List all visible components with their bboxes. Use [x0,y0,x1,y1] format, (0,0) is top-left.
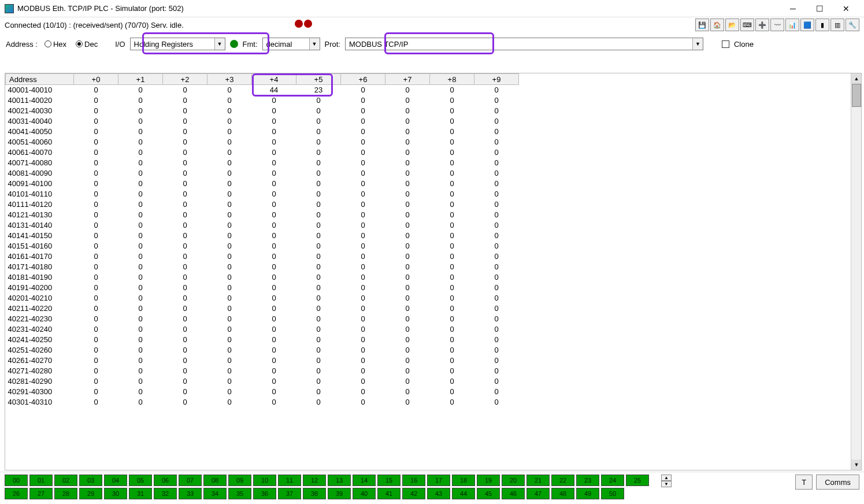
clone-checkbox[interactable] [722,40,729,48]
status-bar: Connected (10/10) : (received/sent) (70/… [0,17,864,32]
graph-button[interactable]: 📊 [785,18,799,31]
fill-button[interactable]: ▮ [815,18,829,31]
app-icon [5,4,14,13]
rx-button[interactable]: 🟦 [800,18,814,31]
close-button[interactable]: ✕ [833,0,859,17]
save-button[interactable]: 💾 [695,18,709,31]
prot-select-value: MODBUS TCP/IP [346,40,692,49]
minimize-button[interactable]: ─ [780,0,806,17]
window-title: MODBUS Eth. TCP/IP PLC - Simulator (port… [17,4,184,13]
address-label: Address : [6,40,38,49]
maximize-button[interactable]: ☐ [806,0,833,17]
filter-button[interactable]: 🔧 [846,18,859,31]
add-button[interactable]: ➕ [755,18,769,31]
radio-dec-dot [76,40,83,47]
radio-hex-dot [45,40,51,47]
fmt-select-value: decimal [263,40,309,49]
control-bar: Address : Hex Dec I/O Holding Registers … [0,32,864,55]
dropdown-arrow-icon: ▼ [309,38,320,50]
io-label: I/O [115,40,125,49]
radio-dec-label: Dec [84,40,98,49]
status-led-icon [230,40,238,48]
radio-hex-label: Hex [53,40,66,49]
port-button[interactable]: ⌨ [740,18,754,31]
save-as-button[interactable]: 🏠 [710,18,724,31]
dropdown-arrow-icon: ▼ [214,38,225,50]
prot-select[interactable]: MODBUS TCP/IP ▼ [345,38,703,50]
fmt-select[interactable]: decimal ▼ [262,38,320,50]
tx-indicator-icon [304,20,312,28]
io-select[interactable]: Holding Registers ▼ [130,38,225,50]
open-button[interactable]: 📂 [725,18,739,31]
toolbar: 💾🏠📂⌨➕〰📊🟦▮▥🔧 [695,18,859,31]
status-text: Connected (10/10) : (received/sent) (70/… [5,21,184,29]
pulse-button[interactable]: 〰 [770,18,784,31]
io-select-value: Holding Registers [131,40,214,49]
dropdown-arrow-icon: ▼ [692,38,703,50]
columns-button[interactable]: ▥ [830,18,844,31]
fmt-label: Fmt: [243,40,258,49]
radio-dec[interactable]: Dec [76,40,98,49]
prot-label: Prot: [325,40,340,49]
rx-indicator-icon [295,20,303,28]
titlebar: MODBUS Eth. TCP/IP PLC - Simulator (port… [0,0,864,17]
clone-label: Clone [734,40,754,49]
radio-hex[interactable]: Hex [45,40,66,49]
